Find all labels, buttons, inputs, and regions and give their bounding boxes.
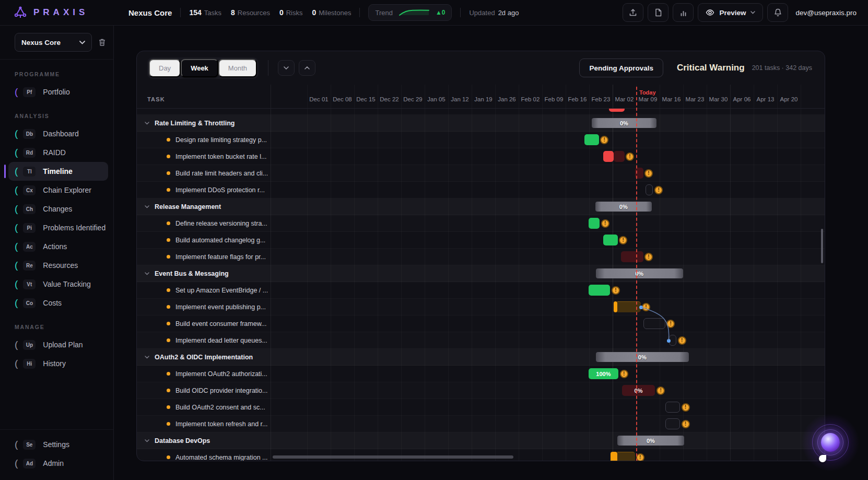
gantt-bar-green[interactable]	[584, 134, 599, 145]
warning-badge-icon[interactable]: !	[666, 320, 675, 328]
chevron-down-icon[interactable]	[145, 272, 149, 275]
gantt-bar-summary[interactable]: 0%	[596, 352, 689, 362]
gantt-task-row-implement-oauth2-authorizati[interactable]: Implement OAuth2 authorizati...100%!	[137, 366, 825, 382]
assistant-orb-button[interactable]	[808, 420, 852, 464]
gantt-bar-outline[interactable]	[643, 318, 666, 329]
gantt-group-row-database-devops[interactable]: Database DevOps0%	[137, 432, 825, 449]
gantt-bar-green[interactable]: 100%	[589, 368, 619, 379]
sidebar-item-history[interactable]: (HiHistory	[0, 354, 113, 373]
gantt-bar-green[interactable]	[603, 235, 618, 245]
horizontal-scrollbar[interactable]	[273, 455, 513, 459]
view-tab-week[interactable]: Week	[181, 59, 218, 77]
warning-badge-icon[interactable]: !	[682, 403, 690, 412]
gantt-bar-darkred[interactable]	[614, 151, 624, 162]
sidebar-item-chain-explorer[interactable]: (CxChain Explorer	[0, 181, 113, 200]
gantt-task-row-build-event-consumer-framew[interactable]: Build event consumer framew...!	[137, 315, 825, 332]
gantt-task-row-implement-event-publishing-p[interactable]: Implement event publishing p...!	[137, 299, 825, 315]
sidebar-item-problems-identified[interactable]: (PiProblems Identified	[0, 218, 113, 237]
warning-badge-icon[interactable]: !	[620, 370, 628, 378]
view-tab-day[interactable]: Day	[149, 59, 181, 77]
vertical-scrollbar[interactable]	[821, 229, 823, 263]
gantt-group-row-release-management[interactable]: Release Management0%	[137, 198, 825, 215]
chevron-down-icon[interactable]	[145, 205, 149, 208]
warning-badge-icon[interactable]: !	[644, 253, 653, 261]
scroll-down-button[interactable]	[278, 60, 295, 76]
notifications-button[interactable]	[767, 3, 788, 22]
gantt-bar-outline[interactable]	[665, 402, 679, 413]
gantt-bar-summary[interactable]: 0%	[595, 202, 652, 212]
warning-badge-icon[interactable]: !	[601, 219, 609, 228]
gantt-task-row-design-rate-limiting-strategy-p[interactable]: Design rate limiting strategy p...!	[137, 132, 825, 148]
sidebar-item-resources[interactable]: (ReResources	[0, 256, 113, 275]
gantt-bar-green[interactable]	[589, 285, 611, 296]
gantt-group-row-oauth2-oidc-implementation[interactable]: OAuth2 & OIDC Implementation0%	[137, 349, 825, 366]
sidebar-item-raidd[interactable]: (RdRAIDD	[0, 143, 113, 162]
export-button[interactable]	[623, 3, 643, 22]
warning-badge-icon[interactable]: !	[612, 286, 620, 295]
sidebar-item-timeline[interactable]: (TlTimeline	[0, 162, 113, 181]
gantt-bar-darkred[interactable]	[621, 251, 643, 262]
gantt-task-row-build-oauth2-consent-and-sc[interactable]: Build OAuth2 consent and sc...!	[137, 399, 825, 416]
sidebar-item-admin[interactable]: (AdAdmin	[0, 454, 113, 473]
sidebar-item-actions[interactable]: (AcActions	[0, 237, 113, 256]
scroll-up-button[interactable]	[299, 60, 315, 76]
task-status-dot	[167, 188, 170, 192]
preview-button[interactable]: Preview	[698, 3, 763, 22]
warning-badge-icon[interactable]: !	[644, 169, 653, 178]
gantt-task-row-set-up-amazon-eventbridge[interactable]: Set up Amazon EventBridge / ...!	[137, 282, 825, 299]
warning-badge-icon[interactable]: !	[654, 186, 663, 194]
gantt-bar-amber[interactable]	[614, 301, 617, 312]
gantt-bar-outline[interactable]	[646, 184, 653, 195]
trend-badge[interactable]: Trend ▲0	[368, 4, 452, 21]
gantt-task-row-implement-token-bucket-rate-l[interactable]: Implement token bucket rate l...!	[137, 148, 825, 165]
warning-badge-icon[interactable]: !	[636, 453, 644, 461]
gantt-task-row-implement-token-refresh-and-r[interactable]: Implement token refresh and r...!	[137, 416, 825, 432]
warning-badge-icon[interactable]: !	[619, 236, 627, 244]
gantt-bar-darkred[interactable]: 0%	[622, 385, 655, 396]
gantt-bar-green[interactable]	[589, 218, 600, 229]
gantt-task-row-build-oidc-provider-integratio[interactable]: Build OIDC provider integratio...0%!	[137, 382, 825, 399]
gantt-bar-outline[interactable]	[665, 418, 679, 429]
warning-badge-icon[interactable]: !	[656, 387, 665, 395]
sidebar-item-costs[interactable]: (CoCosts	[0, 294, 113, 312]
gantt-group-row-event-bus-messaging[interactable]: Event Bus & Messaging0%	[137, 265, 825, 282]
project-select[interactable]: Nexus Core	[15, 33, 92, 52]
gantt-task-row-implement-dead-letter-queues[interactable]: Implement dead letter queues...!	[137, 332, 825, 349]
user-email[interactable]: dev@usepraxis.pro	[795, 9, 857, 17]
gantt-bar-amber[interactable]	[611, 452, 618, 461]
gantt-bar-summary[interactable]: 0%	[592, 118, 656, 128]
analytics-button[interactable]	[673, 3, 694, 22]
gantt-bar-red[interactable]	[603, 151, 614, 162]
sidebar-item-settings[interactable]: (SeSettings	[0, 435, 113, 454]
gantt-task-row-build-rate-limit-headers-and-cli[interactable]: Build rate limit headers and cli...!	[137, 165, 825, 182]
brand[interactable]: PRAXIS	[0, 6, 114, 19]
chevron-down-icon[interactable]	[145, 356, 149, 359]
gantt-task-row-implement-ddos-protection-r[interactable]: Implement DDoS protection r...!	[137, 182, 825, 198]
delete-project-button[interactable]	[98, 38, 106, 46]
warning-badge-icon[interactable]: !	[678, 336, 686, 345]
gantt-bar-summary[interactable]: 0%	[596, 268, 683, 278]
gantt-task-row-implement-feature-flags-for-pr[interactable]: Implement feature flags for pr...!	[137, 249, 825, 265]
gantt-task-row-build-automated-changelog-g[interactable]: Build automated changelog g...!	[137, 232, 825, 249]
gantt-bar-amberdark[interactable]	[617, 452, 635, 461]
sidebar-item-dashboard[interactable]: (DbDashboard	[0, 124, 113, 143]
sidebar-item-value-tracking[interactable]: (VtValue Tracking	[0, 275, 113, 294]
gantt-task-row-item[interactable]	[137, 109, 825, 115]
sidebar-item-portfolio[interactable]: (PfPortfolio	[0, 83, 113, 101]
view-tab-month[interactable]: Month	[218, 59, 257, 77]
warning-badge-icon[interactable]: !	[682, 420, 690, 428]
warning-badge-icon[interactable]: !	[626, 153, 634, 161]
gantt-task-row-define-release-versioning-stra[interactable]: Define release versioning stra...!	[137, 215, 825, 232]
pending-approvals-button[interactable]: Pending Approvals	[579, 58, 663, 77]
gantt-bar-amberdark[interactable]	[617, 301, 641, 312]
warning-badge-icon[interactable]: !	[642, 303, 650, 311]
warning-badge-icon[interactable]: !	[600, 136, 608, 144]
sidebar-item-changes[interactable]: (ChChanges	[0, 200, 113, 218]
document-button[interactable]	[648, 3, 668, 22]
chevron-down-icon[interactable]	[145, 122, 149, 125]
sidebar-item-upload-plan[interactable]: (UpUpload Plan	[0, 335, 113, 354]
gantt-group-row-rate-limiting-throttling[interactable]: Rate Limiting & Throttling0%	[137, 115, 825, 132]
gantt-bar-summary[interactable]: 0%	[617, 436, 684, 446]
chevron-down-icon[interactable]	[145, 439, 149, 442]
gantt-bar-red[interactable]	[609, 109, 624, 112]
